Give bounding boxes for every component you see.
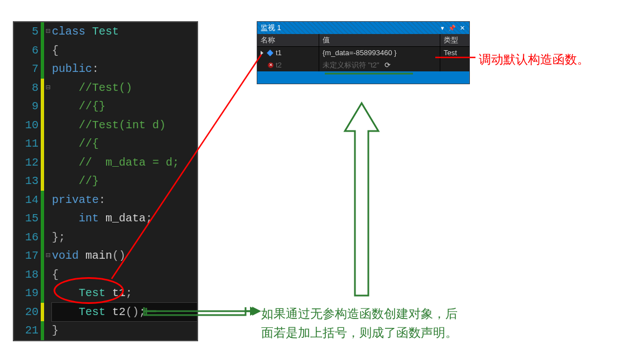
code-text[interactable]: //Test(int d) [52,116,197,135]
col-header-name[interactable]: 名称 [257,34,319,46]
line-number: 18 [14,265,41,284]
fold-toggle [44,97,52,116]
watch-title: 监视 1 [261,22,281,34]
code-text[interactable]: int m_data; [52,209,197,228]
code-text[interactable]: }; [52,228,197,247]
code-text[interactable]: private: [52,191,197,210]
watch-titlebar[interactable]: 监视 1 ▾ 📌 ✕ [257,22,469,34]
line-number: 6 [14,41,41,60]
fold-toggle[interactable]: ⊟ [44,22,52,41]
watch-var-value: {m_data=-858993460 } [319,47,440,59]
code-line[interactable]: 13 //} [14,172,197,191]
annotation-green-text-line1: 如果通过无参构造函数创建对象，后 [261,306,458,322]
close-icon[interactable]: ✕ [458,22,466,34]
watch-column-header: 名称 值 类型 [257,34,469,47]
code-line[interactable]: 8⊟ //Test() [14,79,197,98]
code-text[interactable]: Test t2(); [52,303,197,322]
fold-toggle[interactable]: ⊟ [44,246,52,265]
line-number: 15 [14,209,41,228]
code-line[interactable]: 5⊟class Test [14,22,197,41]
line-number: 20 [14,303,41,322]
line-number: 10 [14,116,41,135]
fold-toggle [44,41,52,60]
code-line[interactable]: 20 Test t2(); [14,303,197,322]
col-header-type[interactable]: 类型 [440,34,469,46]
watch-var-value: 未定义标识符 "t2" ⟳ [319,59,440,71]
fold-toggle [44,209,52,228]
code-line[interactable]: 9 //{} [14,97,197,116]
col-header-value[interactable]: 值 [319,34,440,46]
watch-row[interactable]: t1 {m_data=-858993460 } Test [257,47,469,59]
error-icon: ✕ [268,62,273,68]
watch-var-type: Test [440,47,469,59]
line-number: 21 [14,321,41,340]
fold-toggle [44,284,52,303]
code-line[interactable]: 16 }; [14,228,197,247]
code-line[interactable]: 11 //{ [14,134,197,153]
fold-toggle [44,228,52,247]
fold-toggle [44,134,52,153]
code-text[interactable]: } [52,321,197,340]
code-text[interactable]: { [52,265,197,284]
fold-toggle [44,116,52,135]
line-number: 5 [14,22,41,41]
pin-icon[interactable]: 📌 [448,22,456,34]
line-number: 7 [14,60,41,79]
fold-toggle [44,265,52,284]
code-line[interactable]: 19 Test t1; [14,284,197,303]
fold-toggle [44,321,52,340]
fold-toggle [44,60,52,79]
line-number: 17 [14,246,41,265]
watch-var-name: t2 [276,59,282,71]
code-line[interactable]: 10 //Test(int d) [14,116,197,135]
watch-window: 监视 1 ▾ 📌 ✕ 名称 值 类型 t1 {m_data=-858993460… [257,21,470,84]
code-text[interactable]: //{ [52,134,197,153]
code-line[interactable]: 7 public: [14,60,197,79]
fold-toggle [44,303,52,322]
fold-toggle [44,191,52,210]
code-text[interactable]: // m_data = d; [52,153,197,172]
code-line[interactable]: 15 int m_data; [14,209,197,228]
code-line[interactable]: 17⊟void main() [14,246,197,265]
code-text[interactable]: Test t1; [52,284,197,303]
line-number: 16 [14,228,41,247]
annotation-red-text: 调动默认构造函数。 [479,51,589,68]
code-line[interactable]: 18 { [14,265,197,284]
code-text[interactable]: { [52,41,197,60]
annotation-green-text-line2: 面若是加上括号，则成了函数声明。 [261,325,458,341]
code-line[interactable]: 6 { [14,41,197,60]
code-line[interactable]: 21 } [14,321,197,340]
code-editor[interactable]: 5⊟class Test6 {7 public:8⊟ //Test()9 //{… [13,21,198,341]
code-text[interactable]: class Test [52,22,197,41]
line-number: 11 [14,134,41,153]
line-number: 8 [14,79,41,98]
fold-toggle [44,153,52,172]
code-line[interactable]: 12 // m_data = d; [14,153,197,172]
code-text[interactable]: //} [52,172,197,191]
fold-toggle [44,172,52,191]
code-text[interactable]: void main() [52,246,197,265]
fold-toggle[interactable]: ⊟ [44,79,52,98]
variable-icon [267,50,273,56]
line-number: 14 [14,191,41,210]
watch-row[interactable]: ✕ t2 未定义标识符 "t2" ⟳ [257,59,469,71]
refresh-icon[interactable]: ⟳ [385,61,391,69]
watch-empty-row[interactable] [257,71,469,84]
code-text[interactable]: //{} [52,97,197,116]
line-number: 13 [14,172,41,191]
svg-marker-5 [250,307,260,316]
watch-var-name: t1 [276,47,282,59]
code-text[interactable]: //Test() [52,79,197,98]
code-text[interactable]: public: [52,60,197,79]
line-number: 12 [14,153,41,172]
expand-icon[interactable] [261,51,263,55]
dropdown-icon[interactable]: ▾ [439,22,446,34]
watch-var-type [440,59,469,71]
line-number: 9 [14,97,41,116]
line-number: 19 [14,284,41,303]
code-line[interactable]: 14 private: [14,191,197,210]
